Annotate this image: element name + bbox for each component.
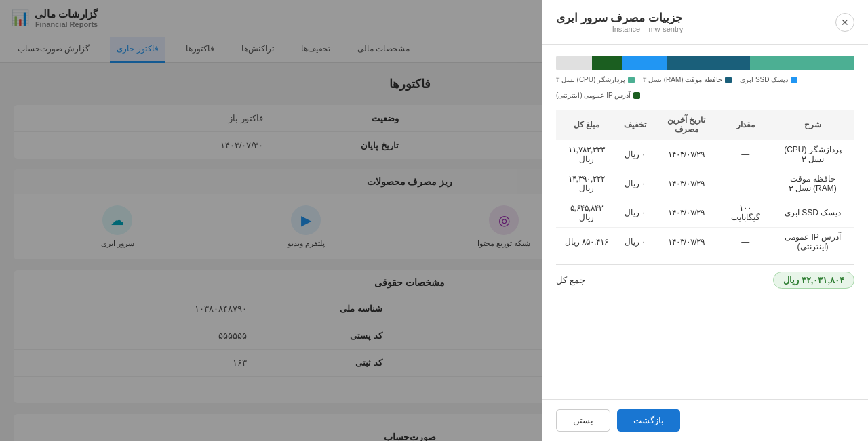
detail-table: شرح مقدار تاریخ آخرین مصرف تخفیف مبلغ کل…	[556, 110, 854, 256]
row-last-date: ۱۴۰۳/۰۷/۲۹	[653, 198, 720, 228]
legend-ram: حافظه موقت (RAM) نسل ۳	[643, 76, 732, 83]
col-discount: تخفیف	[617, 110, 653, 140]
modal-close-button[interactable]: ✕	[835, 13, 854, 32]
row-quantity: —	[719, 169, 771, 198]
legend-dot-ssd	[791, 77, 797, 83]
modal-title: جزییات مصرف سرور ابری	[556, 11, 683, 25]
legend-ssd-label: دیسک SSD ابری	[740, 76, 788, 83]
close-button[interactable]: بستن	[556, 409, 610, 432]
modal-footer: بازگشت بستن	[542, 399, 868, 441]
modal-title-block: جزییات مصرف سرور ابری Instance – mw-sent…	[556, 11, 683, 33]
bar-ssd	[622, 56, 667, 70]
table-row: آدرس IP عمومی (اینترنتی) — ۱۴۰۳/۰۷/۲۹ ۰ …	[556, 228, 854, 257]
modal-panel: ✕ جزییات مصرف سرور ابری Instance – mw-se…	[542, 0, 868, 441]
row-total: ۱۱,۷۸۳,۳۳۳ ریال	[556, 140, 617, 169]
legend-ssd: دیسک SSD ابری	[740, 76, 797, 83]
total-label: جمع کل	[556, 275, 585, 285]
legend-dot-ram	[725, 77, 732, 83]
table-row: دیسک SSD ابری ۱۰۰ گیگابایت ۱۴۰۳/۰۷/۲۹ ۰ …	[556, 198, 854, 228]
modal-body: پردازشگر (CPU) نسل ۳ حافظه موقت (RAM) نس…	[542, 45, 868, 399]
row-total: ۸۵۰,۴۱۶ ریال	[556, 228, 617, 257]
row-description: پردازشگر (CPU) نسل ۳	[771, 140, 854, 169]
legend-dot-cpu	[628, 77, 635, 83]
row-discount: ۰ ریال	[617, 228, 653, 257]
row-quantity: ۱۰۰ گیگابایت	[719, 198, 771, 228]
bar-cpu	[750, 56, 854, 70]
modal-subtitle: Instance – mw-sentry	[556, 25, 683, 33]
table-row: پردازشگر (CPU) نسل ۳ — ۱۴۰۳/۰۷/۲۹ ۰ ریال…	[556, 140, 854, 169]
row-discount: ۰ ریال	[617, 169, 653, 198]
row-total: ۱۴,۳۹۰,۲۲۲ ریال	[556, 169, 617, 198]
row-quantity: —	[719, 140, 771, 169]
usage-bar-container: پردازشگر (CPU) نسل ۳ حافظه موقت (RAM) نس…	[556, 56, 854, 99]
legend-ram-label: حافظه موقت (RAM) نسل ۳	[643, 76, 722, 83]
total-badge: ۳۲,۰۳۱,۸۰۴ ریال	[773, 272, 854, 289]
col-quantity: مقدار	[719, 110, 771, 140]
bar-ip	[592, 56, 622, 70]
col-total: مبلغ کل	[556, 110, 617, 140]
row-total: ۵,۶۴۵,۸۴۳ ریال	[556, 198, 617, 228]
bar-remaining	[556, 56, 592, 70]
bar-ram	[667, 56, 750, 70]
back-button[interactable]: بازگشت	[617, 409, 680, 432]
row-description: دیسک SSD ابری	[771, 198, 854, 228]
legend-row: پردازشگر (CPU) نسل ۳ حافظه موقت (RAM) نس…	[556, 76, 854, 99]
legend-ip-label: آدرس IP عمومی (اینترنتی)	[556, 91, 631, 99]
row-last-date: ۱۴۰۳/۰۷/۲۹	[653, 228, 720, 257]
modal-overlay: ✕ جزییات مصرف سرور ابری Instance – mw-se…	[0, 0, 868, 441]
table-row: حافظه موقت (RAM) نسل ۳ — ۱۴۰۳/۰۷/۲۹ ۰ ری…	[556, 169, 854, 198]
modal-header: ✕ جزییات مصرف سرور ابری Instance – mw-se…	[542, 0, 868, 45]
row-description: آدرس IP عمومی (اینترنتی)	[771, 228, 854, 257]
col-last-date: تاریخ آخرین مصرف	[653, 110, 720, 140]
legend-dot-ip	[633, 92, 640, 99]
legend-ip: آدرس IP عمومی (اینترنتی)	[556, 91, 640, 99]
row-discount: ۰ ریال	[617, 140, 653, 169]
row-last-date: ۱۴۰۳/۰۷/۲۹	[653, 169, 720, 198]
legend-cpu: پردازشگر (CPU) نسل ۳	[556, 76, 635, 83]
row-description: حافظه موقت (RAM) نسل ۳	[771, 169, 854, 198]
total-row: ۳۲,۰۳۱,۸۰۴ ریال جمع کل	[556, 264, 854, 289]
legend-cpu-label: پردازشگر (CPU) نسل ۳	[556, 76, 625, 83]
usage-bar	[556, 56, 854, 70]
row-discount: ۰ ریال	[617, 198, 653, 228]
col-description: شرح	[771, 110, 854, 140]
row-last-date: ۱۴۰۳/۰۷/۲۹	[653, 140, 720, 169]
row-quantity: —	[719, 228, 771, 257]
